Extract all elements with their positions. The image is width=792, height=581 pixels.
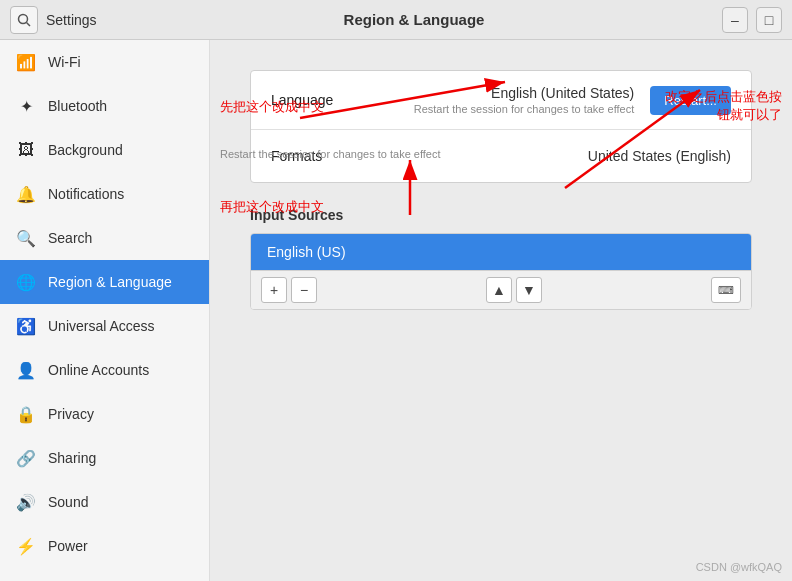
sidebar-item-wifi[interactable]: 📶 Wi-Fi bbox=[0, 40, 209, 84]
input-sources-title: Input Sources bbox=[250, 207, 752, 223]
sidebar-item-bluetooth[interactable]: ✦ Bluetooth bbox=[0, 84, 209, 128]
sidebar-item-network[interactable]: 🌐 Network bbox=[0, 568, 209, 581]
sidebar-item-universal-access[interactable]: ♿ Universal Access bbox=[0, 304, 209, 348]
watermark: CSDN @wfkQAQ bbox=[696, 561, 782, 573]
input-sources-card: English (US) + − ▲ ▼ ⌨ bbox=[250, 233, 752, 310]
sidebar-item-label: Background bbox=[48, 142, 123, 158]
wifi-icon: 📶 bbox=[16, 53, 36, 72]
sidebar-item-search[interactable]: 🔍 Search bbox=[0, 216, 209, 260]
svg-line-1 bbox=[27, 22, 31, 26]
language-row: Language English (United States) Restart… bbox=[251, 71, 751, 130]
sidebar-item-label: Online Accounts bbox=[48, 362, 149, 378]
online-accounts-icon: 👤 bbox=[16, 361, 36, 380]
add-source-button[interactable]: + bbox=[261, 277, 287, 303]
sharing-icon: 🔗 bbox=[16, 449, 36, 468]
sidebar-item-notifications[interactable]: 🔔 Notifications bbox=[0, 172, 209, 216]
sidebar-item-label: Notifications bbox=[48, 186, 124, 202]
content-area: Language English (United States) Restart… bbox=[210, 40, 792, 581]
sidebar-item-sharing[interactable]: 🔗 Sharing bbox=[0, 436, 209, 480]
maximize-button[interactable]: □ bbox=[756, 7, 782, 33]
restart-button[interactable]: Restart... bbox=[650, 86, 731, 115]
language-card: Language English (United States) Restart… bbox=[250, 70, 752, 183]
minimize-button[interactable]: – bbox=[722, 7, 748, 33]
region-icon: 🌐 bbox=[16, 273, 36, 292]
background-icon: 🖼 bbox=[16, 141, 36, 159]
move-down-button[interactable]: ▼ bbox=[516, 277, 542, 303]
sidebar-item-online-accounts[interactable]: 👤 Online Accounts bbox=[0, 348, 209, 392]
search-icon: 🔍 bbox=[16, 229, 36, 248]
keyboard-settings-button[interactable]: ⌨ bbox=[711, 277, 741, 303]
input-sources-toolbar: + − ▲ ▼ ⌨ bbox=[251, 270, 751, 309]
sidebar-item-label: Region & Language bbox=[48, 274, 172, 290]
sidebar-item-background[interactable]: 🖼 Background bbox=[0, 128, 209, 172]
sidebar-item-label: Search bbox=[48, 230, 92, 246]
sidebar-item-label: Sharing bbox=[48, 450, 96, 466]
power-icon: ⚡ bbox=[16, 537, 36, 556]
titlebar: Settings Region & Language – □ bbox=[0, 0, 792, 40]
sidebar-item-label: Power bbox=[48, 538, 88, 554]
move-up-button[interactable]: ▲ bbox=[486, 277, 512, 303]
sidebar-item-power[interactable]: ⚡ Power bbox=[0, 524, 209, 568]
window-controls: – □ bbox=[598, 7, 782, 33]
language-value: English (United States) bbox=[491, 85, 634, 101]
sidebar-item-label: Universal Access bbox=[48, 318, 155, 334]
sidebar-item-label: Wi-Fi bbox=[48, 54, 81, 70]
app-title: Settings bbox=[46, 12, 230, 28]
universal-access-icon: ♿ bbox=[16, 317, 36, 336]
notifications-icon: 🔔 bbox=[16, 185, 36, 204]
language-label: Language bbox=[271, 92, 392, 108]
restart-notice: Restart the session for changes to take … bbox=[414, 103, 635, 115]
sidebar-item-sound[interactable]: 🔊 Sound bbox=[0, 480, 209, 524]
sidebar-item-label: Bluetooth bbox=[48, 98, 107, 114]
sound-icon: 🔊 bbox=[16, 493, 36, 512]
sidebar-item-label: Sound bbox=[48, 494, 88, 510]
sidebar: 📶 Wi-Fi ✦ Bluetooth 🖼 Background 🔔 Notif… bbox=[0, 40, 210, 581]
formats-row: Formats United States (English) bbox=[251, 130, 751, 182]
sidebar-item-region-language[interactable]: 🌐 Region & Language bbox=[0, 260, 209, 304]
sidebar-item-privacy[interactable]: 🔒 Privacy bbox=[0, 392, 209, 436]
input-source-english[interactable]: English (US) bbox=[251, 234, 751, 270]
sidebar-item-label: Privacy bbox=[48, 406, 94, 422]
page-title: Region & Language bbox=[230, 11, 598, 28]
remove-source-button[interactable]: − bbox=[291, 277, 317, 303]
formats-value: United States (English) bbox=[371, 148, 731, 164]
search-button[interactable] bbox=[10, 6, 38, 34]
bluetooth-icon: ✦ bbox=[16, 97, 36, 116]
formats-label: Formats bbox=[271, 148, 371, 164]
main-layout: 📶 Wi-Fi ✦ Bluetooth 🖼 Background 🔔 Notif… bbox=[0, 40, 792, 581]
privacy-icon: 🔒 bbox=[16, 405, 36, 424]
svg-point-0 bbox=[19, 14, 28, 23]
